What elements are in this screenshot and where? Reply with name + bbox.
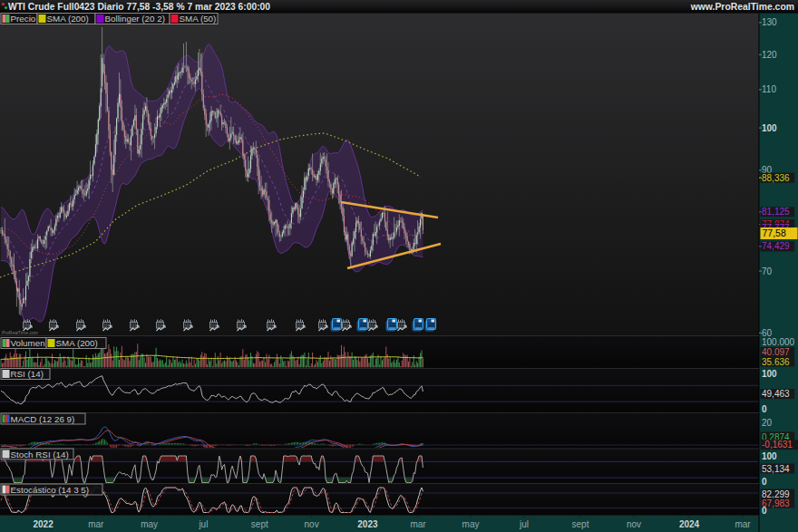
svg-text:130: 130: [762, 17, 777, 27]
svg-text:49,463: 49,463: [762, 389, 790, 399]
svg-text:100: 100: [762, 451, 777, 461]
svg-text:88,336: 88,336: [762, 173, 790, 183]
svg-text:77,58: 77,58: [763, 227, 786, 238]
svg-text:jul: jul: [198, 519, 208, 529]
svg-text:74,429: 74,429: [762, 241, 790, 251]
svg-text:70: 70: [762, 266, 773, 276]
svg-text:Volumen: Volumen: [11, 338, 45, 348]
svg-text:MACD (12 26 9): MACD (12 26 9): [11, 414, 75, 424]
svg-text:100: 100: [762, 369, 777, 379]
svg-text:sept: sept: [251, 519, 268, 529]
svg-text:-0,1631: -0,1631: [762, 440, 793, 450]
svg-text:110: 110: [762, 84, 776, 94]
svg-text:nov: nov: [627, 519, 641, 529]
svg-text:0: 0: [762, 506, 767, 516]
svg-text:mar: mar: [410, 519, 426, 529]
svg-text:100: 100: [762, 123, 777, 133]
svg-text:2023: 2023: [357, 519, 378, 529]
svg-text:SMA (200): SMA (200): [56, 338, 98, 348]
svg-text:mar: mar: [735, 519, 751, 529]
svg-text:Precio: Precio: [11, 14, 36, 24]
svg-text:0: 0: [762, 477, 767, 487]
svg-text:120: 120: [762, 50, 777, 60]
svg-text:SMA (200): SMA (200): [47, 14, 89, 24]
svg-text:Estocástico (14 3 5): Estocástico (14 3 5): [11, 485, 90, 495]
svg-text:2022: 2022: [33, 519, 54, 529]
svg-text:jul: jul: [519, 519, 529, 529]
svg-text:WTI Crude Full0423 Diario 77,5: WTI Crude Full0423 Diario 77,58 -3,58 % …: [8, 2, 270, 12]
svg-text:www.ProRealTime.com: www.ProRealTime.com: [690, 2, 794, 12]
svg-text:81,125: 81,125: [762, 207, 790, 217]
svg-text:2024: 2024: [679, 519, 700, 529]
svg-text:nov: nov: [305, 519, 319, 529]
svg-text:sept: sept: [572, 519, 589, 529]
svg-text:40.097: 40.097: [762, 347, 790, 357]
svg-text:may: may: [462, 519, 480, 529]
svg-text:0: 0: [762, 404, 767, 414]
svg-text:Bollinger (20 2): Bollinger (20 2): [105, 14, 165, 24]
svg-text:mar: mar: [88, 519, 104, 529]
svg-text:SMA (50): SMA (50): [180, 14, 217, 24]
svg-text:Stoch RSI (14): Stoch RSI (14): [11, 450, 69, 459]
svg-text:35.636: 35.636: [762, 357, 790, 367]
svg-text:20: 20: [762, 418, 773, 428]
svg-text:53,134: 53,134: [762, 464, 790, 474]
svg-text:RSI (14): RSI (14): [11, 369, 44, 379]
svg-text:may: may: [141, 519, 158, 529]
svg-text:100.000: 100.000: [762, 337, 795, 347]
svg-text:ProRealTime.com: ProRealTime.com: [2, 330, 38, 335]
